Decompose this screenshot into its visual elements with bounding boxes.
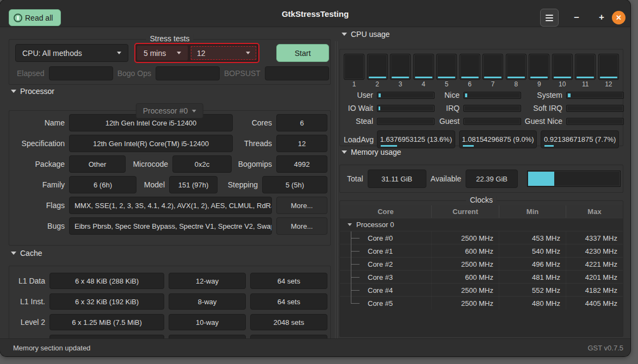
- hamburger-menu-button[interactable]: [540, 9, 559, 27]
- cache-sets-field: 64 sets: [250, 293, 327, 310]
- read-all-button[interactable]: Read all: [9, 9, 61, 26]
- cpu-stat-label: IO Wait: [344, 104, 377, 112]
- clocks-col-core: Core: [340, 205, 432, 218]
- workers-dropdown[interactable]: 12: [190, 45, 257, 61]
- expander-triangle-icon: [11, 90, 16, 93]
- core-load-fill: [530, 77, 548, 78]
- core-number: 10: [559, 80, 566, 88]
- expander-triangle-icon: [11, 252, 16, 255]
- clock-row: Core #52500 MHz480 MHz4405 MHz: [340, 296, 623, 309]
- maximize-button[interactable]: +: [593, 9, 610, 26]
- minimize-button[interactable]: –: [568, 9, 585, 26]
- flags-more-button[interactable]: More...: [276, 197, 327, 214]
- expander-triangle-icon: [348, 223, 352, 226]
- memory-usage-fill: [528, 172, 554, 186]
- processor-expander[interactable]: Processor: [11, 87, 54, 96]
- clock-core-cell: Core #4: [340, 284, 432, 297]
- clock-current-value: 2500 MHz: [432, 258, 499, 271]
- tree-branch-icon: [351, 231, 364, 244]
- processor-selector-dropdown[interactable]: Processor #0: [136, 103, 203, 118]
- clock-current-value: 2500 MHz: [432, 284, 499, 297]
- core-number: 4: [422, 80, 425, 88]
- core-load-fill: [415, 77, 432, 78]
- loadavg-fill: [381, 145, 397, 147]
- specification-label: Specification: [16, 139, 65, 148]
- bogo-ops-field[interactable]: [156, 66, 220, 80]
- hamburger-icon: [546, 15, 553, 16]
- core-number: 11: [582, 80, 589, 88]
- cpu-stat-label: Guest Nice: [521, 117, 566, 125]
- core-load-meter: [529, 54, 549, 80]
- cpu-stats-grid: UserNiceSystemIO WaitIRQSoft IRQStealGue…: [344, 91, 619, 125]
- clock-max-value: 4201 MHz: [566, 271, 623, 284]
- cpu-stat-label: User: [344, 91, 377, 99]
- core-load-meter: [367, 54, 388, 80]
- clock-min-value: 453 MHz: [499, 231, 566, 244]
- core-number: 8: [514, 80, 518, 88]
- processor-frame: Processor #0 Name 12th Gen Intel Core i5…: [9, 110, 331, 246]
- clock-core-name: Core #0: [364, 234, 393, 242]
- stress-method-dropdown[interactable]: CPU: All methods: [15, 44, 128, 62]
- core-load-meter: [436, 54, 457, 80]
- close-button[interactable]: ✕: [612, 11, 625, 24]
- cpu-stat-label: Nice: [435, 91, 463, 99]
- package-field: Other: [69, 155, 126, 173]
- core-meter: 11: [575, 54, 596, 88]
- core-load-fill: [484, 77, 501, 78]
- cpu-stat-bar: [463, 105, 521, 112]
- core-load-fill: [438, 77, 455, 78]
- cache-sets-field: 2048 sets: [250, 314, 327, 330]
- threads-label: Threads: [237, 139, 272, 148]
- clocks-group-row[interactable]: Processor 0: [340, 218, 623, 231]
- clock-min-value: 540 MHz: [499, 244, 566, 258]
- core-meter: 5: [436, 54, 457, 88]
- clocks-col-min: Min: [499, 205, 566, 218]
- cpu-stat-label: Soft IRQ: [521, 104, 566, 112]
- clock-max-value: 4337 MHz: [566, 231, 623, 244]
- tree-branch-icon: [351, 244, 364, 258]
- cache-expander[interactable]: Cache: [11, 249, 42, 258]
- clock-max-value: 4230 MHz: [566, 244, 623, 258]
- loadavg-values: 1.6376953125 (13.6%)1.08154296875 (9.0%)…: [377, 130, 619, 148]
- core-meter: 9: [529, 54, 549, 88]
- package-label: Package: [16, 160, 65, 168]
- cpu-stat-bar: [463, 92, 521, 99]
- core-number: 9: [537, 80, 541, 88]
- core-load-fill: [577, 77, 594, 78]
- loadavg-value: 1.08154296875 (9.0%): [459, 130, 537, 148]
- memory-usage-frame: Total 31.11 GiB Available 22.39 GiB: [339, 165, 623, 193]
- clocks-title: Clocks: [466, 196, 497, 204]
- cpu-usage-expander[interactable]: CPU usage: [342, 30, 390, 39]
- memory-usage-expander[interactable]: Memory usage: [342, 148, 401, 156]
- cpu-stat-bar: [566, 92, 624, 99]
- core-meter-row: 123456789101112: [344, 54, 619, 88]
- elapsed-field[interactable]: [49, 66, 113, 80]
- start-button[interactable]: Start: [276, 44, 329, 62]
- cache-size-field: [49, 335, 164, 338]
- duration-dropdown[interactable]: 5 mins: [137, 45, 188, 61]
- bopsust-label: BOPSUST: [224, 69, 261, 78]
- cpu-stat-fill: [568, 93, 571, 97]
- bugs-more-button[interactable]: More...: [276, 217, 327, 235]
- cache-assoc-field: 10-way: [169, 314, 246, 330]
- cpu-usage-frame: 123456789101112 UserNiceSystemIO WaitIRQ…: [339, 49, 623, 146]
- stress-results-row: Elapsed Bogo Ops BOPSUST: [17, 66, 329, 80]
- core-meter: 7: [482, 54, 503, 88]
- chevron-down-icon: [246, 52, 250, 54]
- clock-current-value: 600 MHz: [432, 244, 499, 258]
- duration-value: 5 mins: [144, 49, 166, 58]
- core-number: 6: [468, 80, 472, 88]
- left-scrollbar[interactable]: [335, 41, 338, 338]
- core-load-meter: [344, 54, 364, 80]
- cpu-stat-bar: [377, 118, 435, 125]
- cache-size-field: 6 x 48 KiB (288 KiB): [49, 273, 164, 289]
- cpu-stat-label: Steal: [344, 117, 377, 125]
- clock-row: Core #42500 MHz552 MHz4182 MHz: [340, 283, 623, 296]
- bopsust-field[interactable]: [265, 66, 329, 80]
- cache-assoc-field: [169, 335, 246, 338]
- cache-assoc-field: 12-way: [169, 273, 246, 289]
- core-meter: 3: [390, 54, 411, 88]
- cpu-stat-fill: [379, 93, 381, 97]
- tree-branch-icon: [351, 271, 364, 284]
- memory-total-label: Total: [347, 174, 363, 183]
